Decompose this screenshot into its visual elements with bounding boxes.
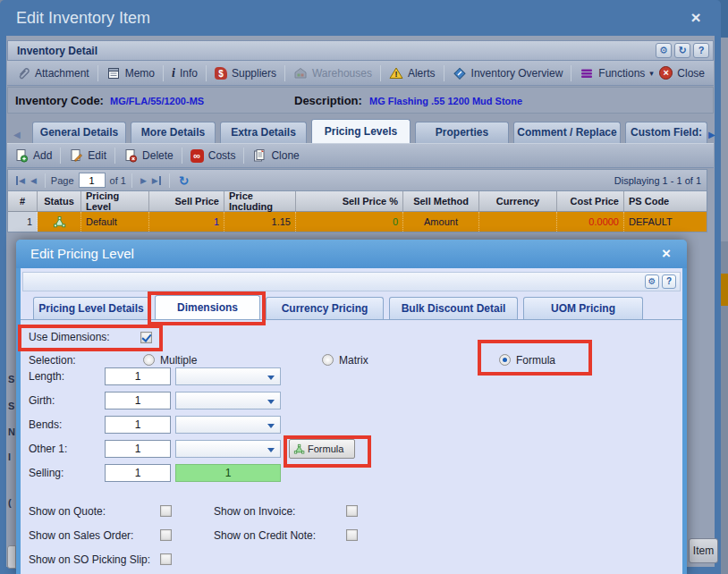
col-ps-code[interactable]: PS Code <box>624 191 707 211</box>
tab-general-details[interactable]: General Details <box>32 122 126 143</box>
alerts-button[interactable]: ! Alerts <box>389 66 436 80</box>
matrix-radio-label[interactable]: Matrix <box>339 354 368 367</box>
prev-page-icon[interactable]: ◀ <box>30 176 37 185</box>
delete-button[interactable]: Delete <box>123 148 174 163</box>
col-price-including[interactable]: Price Including <box>224 191 296 211</box>
costs-button[interactable]: ∞ Costs <box>190 149 236 163</box>
col-currency[interactable]: Currency <box>479 191 557 211</box>
col-cost-price[interactable]: Cost Price <box>557 191 624 211</box>
multiple-radio[interactable] <box>143 354 155 366</box>
tab-custom-fields[interactable]: Custom Field: <box>625 122 707 143</box>
toolbar-separator <box>182 148 182 164</box>
pricing-dialog-body: ⚙ ? Pricing Level Details Dimensions Cur… <box>21 268 682 574</box>
cell-sell-method: Amount <box>403 212 479 232</box>
pricing-grid-toolbar: Add Edit Delete ∞ Costs Clone <box>7 143 714 168</box>
panel-title: Inventory Detail <box>17 45 97 57</box>
bends-uom-select[interactable] <box>175 416 281 434</box>
help-icon[interactable]: ? <box>693 43 709 58</box>
cell-cost-price: 0.0000 <box>557 212 624 232</box>
tab-pricing-level-details[interactable]: Pricing Level Details <box>33 297 149 319</box>
use-dimensions-checkbox[interactable] <box>140 332 152 343</box>
functions-label: Functions <box>598 67 645 80</box>
other1-uom-select[interactable] <box>175 440 281 458</box>
suppliers-icon: $ <box>215 67 227 80</box>
tab-pricing-levels[interactable]: Pricing Levels <box>311 119 411 143</box>
formula-radio-label[interactable]: Formula <box>516 354 555 367</box>
col-sell-method[interactable]: Sell Method <box>403 191 479 211</box>
cell-price-including: 1.15 <box>224 212 296 232</box>
delete-label: Delete <box>142 149 174 162</box>
show-on-so-picking-slip-checkbox[interactable] <box>160 553 172 565</box>
other1-input[interactable] <box>105 440 171 458</box>
last-page-icon[interactable]: ▶ <box>152 176 161 185</box>
show-on-quote-checkbox[interactable] <box>160 505 172 517</box>
col-status[interactable]: Status <box>38 191 81 211</box>
cell-pricing-level: Default <box>81 212 149 232</box>
page-of-label: of 1 <box>110 175 126 186</box>
description-value: MG Flashing .55 1200 Mud Stone <box>369 96 522 106</box>
page-number-input[interactable] <box>79 173 106 188</box>
tab-scroll-left-icon[interactable]: ◀ <box>13 130 21 139</box>
settings-gear-icon[interactable]: ⚙ <box>645 274 659 289</box>
save-item-button-fragment[interactable]: Item <box>689 538 718 563</box>
add-label: Add <box>33 149 52 162</box>
tab-currency-pricing[interactable]: Currency Pricing <box>266 297 384 319</box>
help-icon[interactable]: ? <box>662 274 676 289</box>
add-button[interactable]: Add <box>14 148 52 163</box>
tab-uom-pricing[interactable]: UOM Pricing <box>523 297 643 319</box>
girth-input[interactable] <box>105 392 171 409</box>
edit-page-icon <box>69 148 83 163</box>
clone-button[interactable]: Clone <box>252 148 299 163</box>
matrix-radio[interactable] <box>322 354 334 366</box>
inventory-overview-label: Inventory Overview <box>471 67 563 80</box>
tab-more-details[interactable]: More Details <box>131 122 216 143</box>
attachment-button[interactable]: Attachment <box>16 66 89 80</box>
close-button[interactable]: × Close <box>659 66 705 80</box>
tab-comment-replace[interactable]: Comment / Replace <box>513 122 621 143</box>
bends-input[interactable] <box>105 416 171 434</box>
col-number[interactable]: # <box>8 191 38 211</box>
length-input[interactable] <box>105 367 171 385</box>
first-page-icon[interactable]: ◀ <box>16 176 25 185</box>
table-row-selected[interactable]: 1 Default 1 1.15 0 Amount 0.0000 DEFAULT <box>8 212 707 232</box>
girth-uom-select[interactable] <box>175 392 281 409</box>
tab-bulk-discount-detail[interactable]: Bulk Discount Detail <box>389 297 518 319</box>
multiple-radio-label[interactable]: Multiple <box>160 354 197 367</box>
tab-extra-details[interactable]: Extra Details <box>220 122 307 143</box>
inventory-code-value: MG/FLA/55/1200-MS <box>110 96 204 106</box>
show-on-sales-order-checkbox[interactable] <box>160 529 172 541</box>
warehouses-button[interactable]: Warehouses <box>293 66 372 80</box>
show-on-invoice-checkbox[interactable] <box>346 505 358 517</box>
suppliers-button[interactable]: $ Suppliers <box>215 67 276 80</box>
show-on-credit-note-checkbox[interactable] <box>346 529 358 541</box>
clipped-label-fragment: I <box>8 452 11 462</box>
col-sell-price-pct[interactable]: Sell Price % <box>296 191 403 211</box>
functions-menu-button[interactable]: Functions ▾ <box>580 66 654 80</box>
grid-refresh-icon[interactable]: ↻ <box>179 173 190 188</box>
length-uom-select[interactable] <box>175 367 281 385</box>
tab-dimensions[interactable]: Dimensions <box>155 295 260 319</box>
col-pricing-level[interactable]: Pricing Level <box>81 191 149 211</box>
selling-input[interactable] <box>105 464 171 482</box>
cell-status <box>38 212 81 232</box>
col-sell-price[interactable]: Sell Price <box>149 191 224 211</box>
tab-scroll-right-icon[interactable]: ▶ <box>708 130 715 139</box>
tab-properties[interactable]: Properties <box>415 122 509 143</box>
add-page-icon <box>14 148 29 163</box>
inventory-overview-button[interactable]: Inventory Overview <box>453 66 563 80</box>
next-page-icon[interactable]: ▶ <box>140 176 147 185</box>
memo-button[interactable]: Memo <box>106 66 155 80</box>
settings-gear-icon[interactable]: ⚙ <box>656 43 672 58</box>
edit-button[interactable]: Edit <box>69 148 106 163</box>
close-icon[interactable]: × <box>658 246 674 262</box>
refresh-icon[interactable]: ↻ <box>674 43 690 58</box>
costs-label: Costs <box>208 149 236 162</box>
close-label: Close <box>677 67 705 80</box>
cell-sell-price-pct: 0 <box>296 212 403 232</box>
info-button[interactable]: i Info <box>172 66 198 80</box>
close-icon[interactable]: × <box>687 9 705 27</box>
pricing-levels-grid: ◀ ◀ Page of 1 ▶ ▶ ↻ Displaying 1 - 1 of … <box>7 169 707 232</box>
toolbar-separator <box>97 65 98 81</box>
formula-radio[interactable] <box>499 354 511 366</box>
formula-button[interactable]: Formula <box>289 439 355 459</box>
